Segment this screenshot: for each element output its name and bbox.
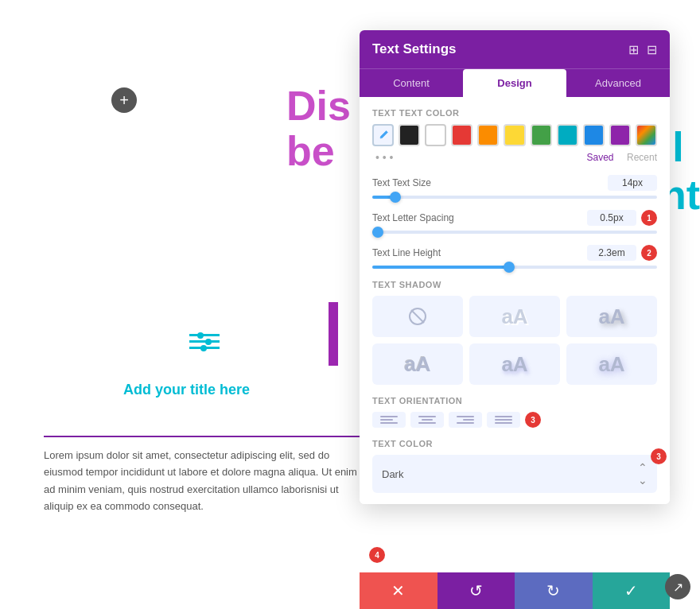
canvas-body-text: Lorem ipsum dolor sit amet, consectetur … [44, 447, 358, 515]
shadow-soft[interactable]: aA [566, 296, 657, 337]
shadow-grid: aA aA aA aA aA [372, 296, 657, 385]
color-swatch-red[interactable] [451, 124, 472, 146]
text-size-input[interactable] [608, 175, 657, 191]
shadow-glow[interactable]: aA [566, 343, 657, 385]
tab-advanced[interactable]: Advanced [566, 69, 670, 97]
line-height-track[interactable] [372, 266, 657, 269]
canvas-title-purple: Dis be [286, 83, 351, 174]
line-height-value-group: 2 [587, 245, 657, 261]
color-swatch-white[interactable] [425, 124, 446, 146]
undo-button[interactable]: ↺ [438, 572, 515, 609]
color-swatch-teal[interactable] [557, 124, 578, 146]
orientation-row: 3 [372, 412, 657, 428]
svg-line-1 [411, 310, 424, 323]
letter-spacing-input[interactable] [587, 210, 636, 226]
line-height-thumb[interactable] [504, 262, 515, 273]
panel-tabs: Content Design Advanced [360, 68, 670, 97]
panel-title: Text Settings [372, 41, 456, 57]
letter-spacing-badge: 1 [641, 210, 657, 226]
orient-left[interactable] [372, 412, 406, 428]
canvas-section-title: Add your title here [123, 382, 250, 398]
tab-design[interactable]: Design [463, 69, 566, 97]
color-tabs-row: • • • Saved Recent [372, 149, 657, 165]
letter-spacing-label: Text Letter Spacing [372, 212, 454, 223]
redo-button[interactable]: ↻ [515, 572, 593, 609]
shadow-section-label: Text Shadow [372, 280, 657, 289]
color-row [372, 124, 657, 146]
color-swatch-blue[interactable] [583, 124, 605, 146]
letter-spacing-value-group: 1 [587, 210, 657, 226]
canvas-add-button[interactable]: + [111, 87, 137, 113]
panel-columns-icon[interactable]: ⊟ [647, 42, 657, 57]
color-swatch-green[interactable] [531, 124, 552, 146]
text-size-slider-row: Text Text Size [372, 175, 657, 199]
orientation-badge-floating: 3 [651, 448, 667, 464]
eyedropper-swatch[interactable] [372, 124, 394, 146]
dots-button[interactable]: • • • [372, 149, 396, 165]
shadow-bottom[interactable]: aA [469, 343, 560, 385]
orientation-badge: 3 [525, 412, 541, 428]
panel-header: Text Settings ⊞ ⊟ [360, 30, 670, 68]
orient-center[interactable] [410, 412, 444, 428]
confirm-button[interactable]: ✓ [593, 572, 671, 609]
color-swatch-black[interactable] [399, 124, 420, 146]
color-tab-separator [619, 150, 622, 165]
line-height-label: Text Line Height [372, 247, 441, 258]
canvas-divider [44, 436, 362, 437]
shadow-inset[interactable]: aA [372, 343, 463, 385]
corner-nav-button[interactable]: ↗ [665, 574, 690, 599]
letter-spacing-track[interactable] [372, 231, 657, 234]
color-dropdown[interactable]: Dark ⌃⌄ [372, 455, 657, 493]
canvas-sliders-icon [189, 334, 220, 349]
text-color-section-label: Text Color [372, 439, 657, 448]
tab-content[interactable]: Content [360, 69, 463, 97]
color-dropdown-badge: 4 [369, 547, 385, 563]
line-height-fill [372, 266, 509, 269]
settings-panel: Text Settings ⊞ ⊟ Content Design Advance… [360, 30, 670, 504]
canvas-accent-bar [329, 302, 338, 366]
color-section-label: Text Text Color [372, 108, 657, 118]
orient-right[interactable] [449, 412, 482, 428]
orient-justify[interactable] [487, 412, 520, 428]
text-size-label: Text Text Size [372, 177, 431, 188]
color-tab-saved[interactable]: Saved [586, 152, 613, 163]
line-height-header: Text Line Height 2 [372, 245, 657, 261]
color-swatch-purple[interactable] [609, 124, 631, 146]
line-height-badge: 2 [641, 245, 657, 261]
letter-spacing-slider-row: Text Letter Spacing 1 [372, 210, 657, 234]
text-size-header: Text Text Size [372, 175, 657, 191]
letter-spacing-header: Text Letter Spacing 1 [372, 210, 657, 226]
shadow-none[interactable] [372, 296, 463, 337]
color-dropdown-value: Dark [382, 468, 403, 480]
panel-body: Text Text Color • • • Saved Recent [360, 97, 670, 504]
panel-expand-icon[interactable]: ⊞ [628, 42, 639, 57]
color-tab-recent[interactable]: Recent [627, 152, 657, 163]
action-bar: ✕ ↺ ↻ ✓ [360, 572, 670, 609]
panel-header-icons: ⊞ ⊟ [628, 42, 657, 57]
text-size-track[interactable] [372, 196, 657, 199]
color-swatch-orange[interactable] [477, 124, 499, 146]
dropdown-arrow-icon: ⌃⌄ [638, 461, 648, 487]
cancel-button[interactable]: ✕ [360, 572, 438, 609]
text-size-thumb[interactable] [390, 192, 401, 203]
orientation-section-label: Text Orientation [372, 396, 657, 405]
shadow-hard[interactable]: aA [469, 296, 560, 337]
line-height-input[interactable] [587, 245, 636, 261]
color-swatch-yellow[interactable] [504, 124, 525, 146]
color-swatch-gradient[interactable] [636, 124, 657, 146]
line-height-slider-row: Text Line Height 2 [372, 245, 657, 269]
letter-spacing-thumb[interactable] [372, 227, 383, 238]
